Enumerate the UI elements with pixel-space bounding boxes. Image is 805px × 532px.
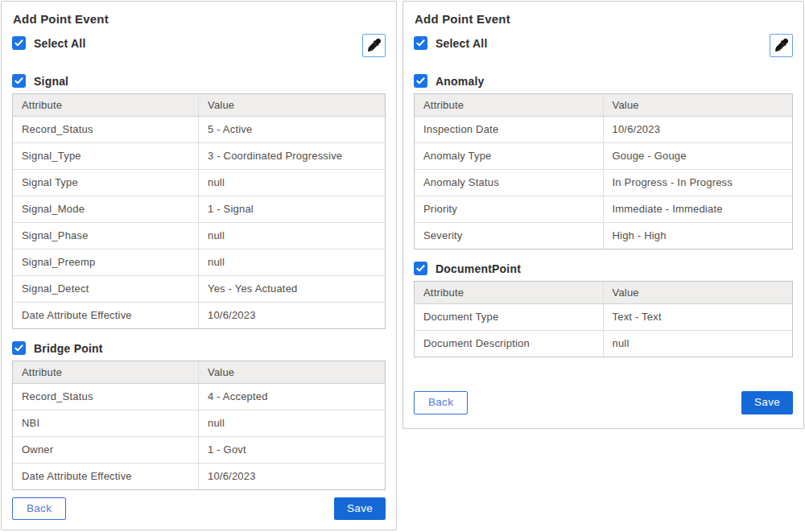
table-row: Signal Type null xyxy=(13,170,385,196)
table-header-row: Attribute Value xyxy=(415,94,792,117)
select-all-checkbox[interactable] xyxy=(414,36,427,50)
table-row: Record_Status 5 - Active xyxy=(13,117,385,143)
check-icon xyxy=(416,39,425,47)
value-cell: null xyxy=(604,331,793,357)
table-row: Signal_Preemp null xyxy=(13,250,385,276)
check-icon xyxy=(416,76,425,85)
table-row: Date Attribute Effective 10/6/2023 xyxy=(13,303,385,328)
attribute-cell: Document Description xyxy=(415,331,604,357)
workspace: Add Point Event Select All Signal Attr xyxy=(0,0,805,531)
bridge-point-attributes-table: Attribute Value Record_Status 4 - Accept… xyxy=(12,361,386,490)
attribute-cell: Signal_Type xyxy=(13,143,199,170)
signal-checkbox[interactable] xyxy=(12,74,26,88)
section-label: Signal xyxy=(34,75,68,88)
section-header-signal: Signal xyxy=(12,74,386,88)
section-header-bridge-point: Bridge Point xyxy=(12,341,386,355)
document-point-attributes-table: Attribute Value Document Type Text - Tex… xyxy=(414,281,793,357)
select-all-row: Select All xyxy=(12,36,86,50)
attribute-cell: Date Attribute Effective xyxy=(13,464,199,489)
section-label: Anomaly xyxy=(436,75,485,88)
table-row: Inspection Date 10/6/2023 xyxy=(415,117,792,143)
value-cell: 4 - Accepted xyxy=(199,384,385,410)
table-row: Anomaly Status In Progress - In Progress xyxy=(415,170,792,196)
value-cell: 5 - Active xyxy=(199,117,385,143)
attribute-cell: Record_Status xyxy=(13,384,199,410)
value-cell: Yes - Yes Actuated xyxy=(199,276,385,303)
table-row: Priority Immediate - Immediate xyxy=(415,196,792,223)
panel-footer: Back Save xyxy=(414,391,793,414)
value-column-header: Value xyxy=(604,282,793,304)
value-column-header: Value xyxy=(604,94,793,117)
table-row: Date Attribute Effective 10/6/2023 xyxy=(13,464,385,489)
back-button[interactable]: Back xyxy=(12,497,66,521)
save-button[interactable]: Save xyxy=(741,391,793,414)
attribute-column-header: Attribute xyxy=(13,361,199,384)
table-header-row: Attribute Value xyxy=(415,282,792,304)
attribute-cell: Anomaly Status xyxy=(415,170,604,196)
value-cell: 1 - Govt xyxy=(199,437,385,464)
attribute-cell: Document Type xyxy=(415,304,604,331)
select-all-label: Select All xyxy=(436,37,488,50)
check-icon xyxy=(14,76,23,85)
attribute-cell: Priority xyxy=(415,196,604,223)
add-point-event-panel-left: Add Point Event Select All Signal Attr xyxy=(1,1,397,530)
anomaly-checkbox[interactable] xyxy=(414,74,427,88)
value-cell: Gouge - Gouge xyxy=(604,143,793,170)
attribute-cell: Signal_Detect xyxy=(13,276,199,303)
section-header-document-point: DocumentPoint xyxy=(414,262,793,275)
check-icon xyxy=(14,344,23,353)
attribute-cell: Signal_Mode xyxy=(13,196,199,223)
value-cell: null xyxy=(199,223,385,250)
value-column-header: Value xyxy=(199,94,385,117)
save-button[interactable]: Save xyxy=(334,497,386,521)
value-cell: 3 - Coordinated Progressive xyxy=(199,143,385,170)
value-cell: null xyxy=(199,410,385,437)
value-cell: In Progress - In Progress xyxy=(604,170,793,196)
eyedropper-button[interactable] xyxy=(362,34,386,57)
value-cell: 10/6/2023 xyxy=(199,303,385,328)
attribute-cell: Date Attribute Effective xyxy=(13,303,199,328)
attribute-cell: Signal_Phase xyxy=(13,223,199,250)
add-point-event-panel-right: Add Point Event Select All Anomaly Att xyxy=(402,1,804,429)
attribute-cell: Signal Type xyxy=(13,170,199,196)
bridge-point-checkbox[interactable] xyxy=(12,341,26,355)
value-cell: High - High xyxy=(604,223,793,249)
table-row: Document Description null xyxy=(415,331,792,357)
attribute-cell: Owner xyxy=(13,437,199,464)
attribute-cell: Record_Status xyxy=(13,117,199,143)
anomaly-attributes-table: Attribute Value Inspection Date 10/6/202… xyxy=(414,93,793,250)
select-all-label: Select All xyxy=(34,37,86,50)
check-icon xyxy=(416,264,425,273)
value-cell: null xyxy=(199,250,385,276)
eyedropper-icon xyxy=(774,39,788,52)
value-cell: null xyxy=(199,170,385,196)
back-button[interactable]: Back xyxy=(414,391,468,414)
document-point-checkbox[interactable] xyxy=(414,262,427,275)
value-cell: Immediate - Immediate xyxy=(604,196,793,223)
check-icon xyxy=(14,39,23,47)
table-row: Document Type Text - Text xyxy=(415,304,792,331)
value-cell: 10/6/2023 xyxy=(604,117,793,143)
select-all-row: Select All xyxy=(414,36,488,50)
value-column-header: Value xyxy=(199,361,385,384)
attribute-cell: Severity xyxy=(415,223,604,249)
table-row: NBI null xyxy=(13,410,385,437)
section-header-anomaly: Anomaly xyxy=(414,74,793,88)
table-row: Signal_Detect Yes - Yes Actuated xyxy=(13,276,385,303)
page-title: Add Point Event xyxy=(415,12,793,26)
attribute-cell: Signal_Preemp xyxy=(13,250,199,276)
select-all-checkbox[interactable] xyxy=(12,36,26,50)
attribute-cell: Inspection Date xyxy=(415,117,604,143)
eyedropper-button[interactable] xyxy=(770,34,793,57)
table-row: Record_Status 4 - Accepted xyxy=(13,384,385,410)
attribute-column-header: Attribute xyxy=(415,94,604,117)
attribute-cell: Anomaly Type xyxy=(415,143,604,170)
table-header-row: Attribute Value xyxy=(13,361,385,384)
section-label: Bridge Point xyxy=(34,342,103,355)
signal-attributes-table: Attribute Value Record_Status 5 - Active… xyxy=(12,93,386,329)
table-row: Anomaly Type Gouge - Gouge xyxy=(415,143,792,170)
eyedropper-icon xyxy=(367,39,381,52)
section-label: DocumentPoint xyxy=(436,262,521,275)
attribute-column-header: Attribute xyxy=(13,94,199,117)
attribute-cell: NBI xyxy=(13,410,199,437)
